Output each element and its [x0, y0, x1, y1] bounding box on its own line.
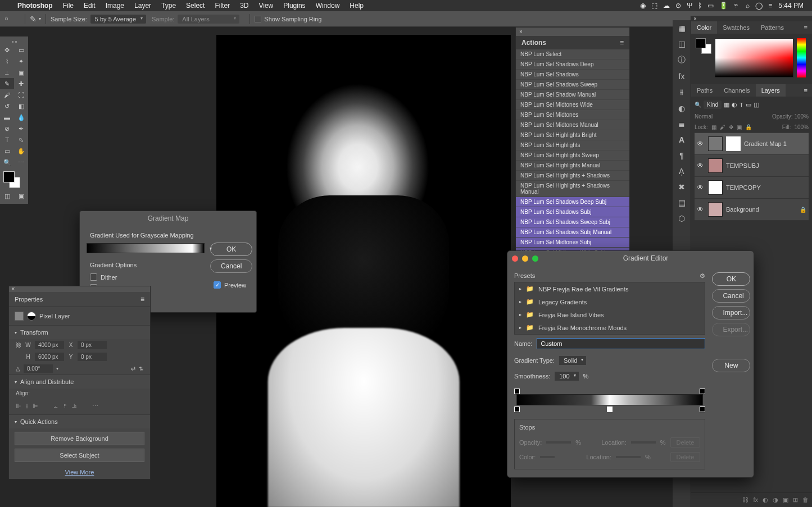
hue-slider[interactable]	[797, 38, 806, 77]
menu-layer[interactable]: Layer	[129, 2, 156, 10]
filter-shape-icon[interactable]: ▭	[746, 101, 751, 108]
battery-icon[interactable]: 🔋	[716, 2, 731, 10]
dodge-tool[interactable]: ⊘	[0, 123, 14, 134]
lock-transparency-icon[interactable]: ▦	[711, 124, 716, 130]
quick-actions-section[interactable]: Quick Actions	[9, 414, 150, 428]
zoom-tool[interactable]: 🔍	[0, 157, 14, 168]
properties-tab[interactable]: Properties	[15, 296, 43, 303]
action-item[interactable]: NBP Lum Select	[516, 49, 629, 60]
link-icon[interactable]: ⛓	[16, 342, 21, 348]
patterns-tab[interactable]: Patterns	[755, 21, 790, 34]
width-field[interactable]: 4000 px	[35, 341, 64, 349]
dock-icon[interactable]: fx	[679, 72, 685, 81]
crop-tool[interactable]: ⟂	[0, 67, 14, 78]
show-sampling-ring-checkbox[interactable]	[255, 16, 261, 22]
menu-view[interactable]: View	[253, 2, 278, 10]
screen-mode-toggle[interactable]: ▣	[14, 190, 28, 202]
preset-folder[interactable]: ▸📁Freyja Rae Island Vibes	[515, 308, 705, 321]
action-item[interactable]: NBP Lum Sel Highlights + Shadows Manual	[516, 181, 629, 197]
layer-name[interactable]: Gradient Map 1	[744, 140, 787, 147]
height-field[interactable]: 6000 px	[35, 353, 64, 361]
visibility-icon[interactable]: 👁	[697, 162, 705, 170]
link-layers-icon[interactable]: ⛓	[742, 496, 749, 504]
menu-file[interactable]: File	[58, 2, 79, 10]
flip-v-icon[interactable]: ⇅	[139, 366, 143, 372]
dock-icon[interactable]: ◫	[678, 39, 686, 48]
layer-row[interactable]: 👁Background🔒	[695, 199, 809, 221]
panel-menu-icon[interactable]: ≡	[140, 295, 144, 303]
histogram-icon[interactable]: ⫵	[680, 88, 683, 97]
menu-image[interactable]: Image	[101, 2, 129, 10]
action-item[interactable]: NBP Lum Sel Shadows Sweep	[516, 80, 629, 90]
align-left-icon[interactable]: ⊪	[16, 403, 21, 410]
window-close-button[interactable]	[512, 255, 518, 262]
gradient-ramp[interactable]	[514, 389, 705, 412]
brush-tool[interactable]: 🖌	[0, 89, 14, 101]
menu-help[interactable]: Help	[344, 2, 369, 10]
visibility-icon[interactable]: 👁	[697, 205, 705, 213]
layer-name[interactable]: Background	[726, 206, 759, 213]
align-center-h-icon[interactable]: ⫲	[26, 403, 28, 410]
status-icon[interactable]: ◉	[637, 2, 648, 10]
menu-filter[interactable]: Filter	[210, 2, 235, 10]
eyedropper-tool-icon[interactable]: ✎	[30, 15, 37, 24]
panel-menu-icon[interactable]: ≡	[620, 39, 624, 47]
action-item[interactable]: NBP Lum Sel Shadows	[516, 70, 629, 80]
action-item[interactable]: NBP Lum Sel Highlights Bright	[516, 130, 629, 140]
blur-tool[interactable]: 💧	[14, 112, 28, 123]
visibility-icon[interactable]: 👁	[697, 140, 705, 148]
color-picker[interactable]	[715, 38, 793, 77]
cancel-button[interactable]: Cancel	[712, 289, 750, 303]
status-icon[interactable]: ⬚	[648, 2, 660, 10]
menu-select[interactable]: Select	[181, 2, 210, 10]
info-icon[interactable]: ⓘ	[678, 55, 686, 65]
layer-row[interactable]: 👁Gradient Map 1	[695, 133, 809, 155]
layer-row[interactable]: 👁TEMPSUBJ	[695, 155, 809, 177]
action-item[interactable]: NBP Lum Sel Shadows Subj	[516, 207, 629, 217]
document-canvas[interactable]	[216, 35, 511, 507]
layer-thumbnail[interactable]	[708, 158, 723, 173]
gradient-name-input[interactable]	[537, 338, 705, 349]
menu-3d[interactable]: 3D	[235, 2, 253, 10]
lock-position-icon[interactable]: ✥	[729, 124, 733, 130]
view-more-link[interactable]: View More	[9, 465, 150, 479]
gear-icon[interactable]: ⚙	[700, 272, 705, 280]
history-brush-tool[interactable]: ↺	[0, 101, 14, 112]
align-right-icon[interactable]: ⊫	[33, 403, 38, 410]
lock-pixels-icon[interactable]: 🖌	[720, 124, 725, 130]
action-item[interactable]: NBP Lum Sel Shadows Deep	[516, 60, 629, 70]
path-select-tool[interactable]: ⬁	[14, 134, 28, 145]
angle-field[interactable]: 0.00°	[24, 364, 53, 373]
home-icon[interactable]: ⌂	[4, 15, 13, 24]
sample-size-select[interactable]: 5 by 5 Average	[90, 15, 146, 24]
quick-select-tool[interactable]: ✦	[14, 56, 28, 67]
marquee-tool[interactable]: ▭	[14, 44, 28, 56]
dock-icon[interactable]: ▤	[678, 198, 686, 207]
ok-button[interactable]: OK	[712, 272, 750, 286]
layer-thumbnail[interactable]	[708, 136, 723, 151]
import-button[interactable]: Import...	[712, 306, 750, 319]
action-item[interactable]: NBP Lum Sel Highlights Sweep	[516, 150, 629, 161]
close-icon[interactable]: ×	[11, 285, 15, 292]
window-zoom-button[interactable]	[532, 255, 538, 262]
filter-pixel-icon[interactable]: ▦	[724, 101, 729, 108]
action-item[interactable]: NBP Lum Sel Highlights	[516, 140, 629, 150]
transform-section[interactable]: Transform	[9, 325, 150, 339]
spotlight-icon[interactable]: ⌕	[743, 2, 752, 10]
action-item[interactable]: NBP Lum Sel Shadows Deep Subj	[516, 197, 629, 207]
move-tool[interactable]: ✥	[0, 44, 14, 56]
menu-type[interactable]: Type	[156, 2, 181, 10]
preset-folder[interactable]: ▸📁Freyja Rae Monochrome Moods	[515, 321, 705, 334]
channels-tab[interactable]: Channels	[718, 84, 755, 97]
eraser-tool[interactable]: ◧	[14, 101, 28, 112]
panel-grip[interactable]	[0, 39, 28, 44]
opacity-stop[interactable]	[700, 389, 705, 394]
action-item[interactable]: NBP Lum Sel Midtones Wide	[516, 100, 629, 110]
cancel-button[interactable]: Cancel	[210, 259, 252, 273]
3d-icon[interactable]: ⬡	[678, 214, 685, 223]
dither-checkbox[interactable]	[90, 273, 97, 281]
cloud-icon[interactable]: ☁	[660, 2, 673, 10]
menubar-clock[interactable]: 5:44 PM	[775, 2, 806, 10]
wifi-icon[interactable]: ᯤ	[731, 2, 743, 10]
preview-checkbox[interactable]	[214, 281, 221, 289]
